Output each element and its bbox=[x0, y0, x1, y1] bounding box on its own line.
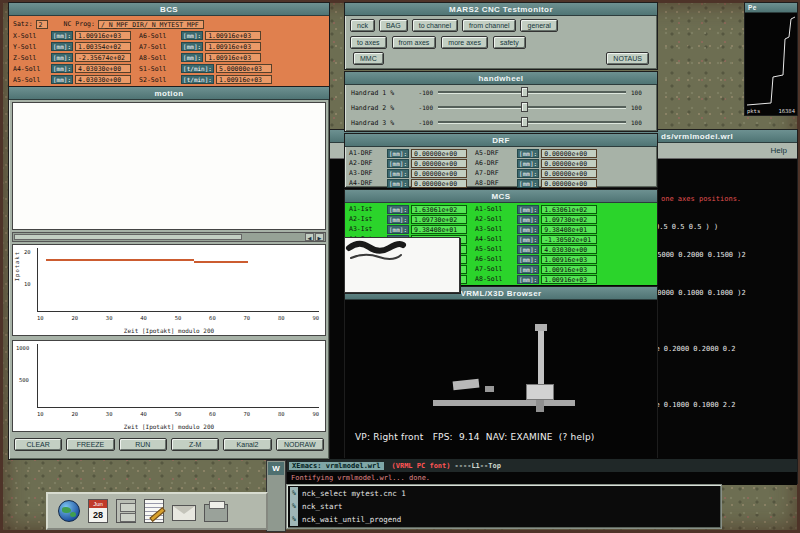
mmc-button[interactable]: MMC bbox=[353, 52, 384, 65]
help-menu[interactable]: Help bbox=[771, 146, 787, 155]
data-row: A3-Ist[mm]:9.38408e+01 A3-Soll[mm]:9.384… bbox=[349, 224, 657, 234]
vrml-viewport[interactable]: VP: Right front FPS: 9.14 NAV: EXAMINE (… bbox=[345, 300, 657, 458]
axis-value: 0.00000e+00 bbox=[411, 169, 467, 178]
to-channel-button[interactable]: to channel bbox=[412, 19, 458, 32]
mail-icon[interactable] bbox=[172, 505, 196, 521]
axis-label: Z-Soll bbox=[13, 54, 49, 62]
freeze-button[interactable]: FREEZE bbox=[66, 438, 114, 451]
calendar-icon[interactable]: Jun 28 bbox=[88, 499, 108, 523]
unit-chip: [mm]: bbox=[181, 42, 203, 51]
scrollbar-thumb[interactable] bbox=[14, 234, 242, 240]
axis-value: 1.09730e+02 bbox=[541, 215, 597, 224]
shell-prompt: % bbox=[290, 500, 298, 513]
more-axes-button[interactable]: more axes bbox=[441, 36, 488, 49]
popup-note[interactable] bbox=[344, 237, 460, 293]
scroll-left-arrow-icon[interactable]: ◀ bbox=[305, 233, 314, 241]
motion-hscrollbar[interactable]: ◀ ▶ bbox=[12, 232, 326, 242]
unit-chip: [mm]: bbox=[517, 275, 539, 284]
bag-button[interactable]: BAG bbox=[379, 19, 408, 32]
modeline-position: ----L1--Top bbox=[455, 462, 501, 470]
axis-value: 9.38408e+01 bbox=[411, 225, 467, 234]
z-m-button[interactable]: Z-M bbox=[171, 438, 219, 451]
unit-chip: [mm]: bbox=[181, 53, 203, 62]
printer-icon[interactable] bbox=[204, 504, 228, 522]
safety-button[interactable]: safety bbox=[493, 36, 526, 49]
handwheel-1-slider[interactable] bbox=[438, 91, 626, 94]
handwheel-3-slider[interactable] bbox=[438, 121, 626, 124]
x-tick: 40 bbox=[140, 411, 147, 417]
axis-label: A7-Soll bbox=[475, 265, 515, 273]
front-panel: Jun 28 bbox=[46, 492, 268, 530]
axis-label: A5-Soll bbox=[13, 76, 49, 84]
unit-chip: [mm]: bbox=[51, 64, 73, 73]
axis-label: A2-Soll bbox=[475, 215, 515, 223]
notaus-button[interactable]: NOTAUS bbox=[606, 52, 649, 65]
axis-label: X-Soll bbox=[13, 32, 49, 40]
x-tick: 90 bbox=[312, 411, 319, 417]
axis-value: 0.00000e+00 bbox=[411, 159, 467, 168]
axis-label: A7-Soll bbox=[139, 43, 179, 51]
motion-canvas bbox=[12, 102, 326, 230]
general-button[interactable]: general bbox=[520, 19, 557, 32]
clear-button[interactable]: CLEAR bbox=[14, 438, 62, 451]
slider-thumb[interactable] bbox=[521, 87, 528, 97]
handwheel-row: Handrad 1 % -100 100 bbox=[345, 85, 657, 100]
handwheel-1-label: Handrad 1 % bbox=[351, 89, 413, 97]
unit-chip: [mm]: bbox=[517, 169, 539, 178]
from-axes-button[interactable]: from axes bbox=[392, 36, 437, 49]
nodraw-button[interactable]: NODRAW bbox=[276, 438, 324, 451]
axis-label: A2-DRF bbox=[349, 159, 385, 167]
slider-min: -100 bbox=[413, 119, 433, 126]
kanal2-button[interactable]: Kanal2 bbox=[223, 438, 271, 451]
nck-button[interactable]: nck bbox=[350, 19, 375, 32]
motion-button-row: CLEAR FREEZE RUN Z-M Kanal2 NODRAW bbox=[12, 438, 326, 451]
slider-thumb[interactable] bbox=[521, 102, 528, 112]
unit-chip: [mm]: bbox=[517, 205, 539, 214]
text-editor-icon[interactable] bbox=[144, 499, 164, 523]
testmonitor-title: MARS2 CNC Testmonitor bbox=[449, 5, 553, 14]
modeline-buffer-name: XEmacs: vrmlmodel.wrl bbox=[289, 462, 384, 470]
globe-icon[interactable] bbox=[58, 500, 80, 522]
axis-value: 9.38408e+01 bbox=[541, 225, 597, 234]
bcs-titlebar[interactable]: BCS bbox=[9, 3, 329, 16]
vrml-browser-window: VRML/X3D Browser VP: Right front FPS: 9.… bbox=[344, 286, 658, 458]
data-row: A5-Soll[mm]:4.03030e+00 S2-Soll[t/min]:1… bbox=[13, 74, 329, 85]
bcs-window: BCS Satz: 2 NC Prog: /_N_MPF_DIR/_N_MYTE… bbox=[8, 2, 330, 86]
from-channel-button[interactable]: from channel bbox=[462, 19, 516, 32]
x-tick: 50 bbox=[175, 315, 182, 321]
file-manager-icon[interactable] bbox=[116, 499, 136, 523]
bcs-header-row: Satz: 2 NC Prog: /_N_MPF_DIR/_N_MYTEST_M… bbox=[13, 18, 329, 30]
handwheel-2-label: Handrad 2 % bbox=[351, 104, 413, 112]
run-button[interactable]: RUN bbox=[119, 438, 167, 451]
slider-thumb[interactable] bbox=[521, 117, 528, 127]
plot1-ylabel: Ipotakt bbox=[14, 251, 20, 281]
slider-min: -100 bbox=[413, 89, 433, 96]
unit-chip: [mm]: bbox=[51, 53, 73, 62]
mcs-titlebar[interactable]: MCS bbox=[345, 190, 657, 203]
unit-chip: [mm]: bbox=[51, 31, 73, 40]
scroll-right-arrow-icon[interactable]: ▶ bbox=[315, 233, 324, 241]
unit-chip: [mm]: bbox=[517, 179, 539, 188]
testmonitor-row-3: MMC NOTAUS bbox=[345, 50, 657, 67]
testmonitor-titlebar[interactable]: MARS2 CNC Testmonitor bbox=[345, 3, 657, 16]
shell-terminal-window[interactable]: % nck_select mytest.cnc 1 % nck_start % … bbox=[286, 484, 722, 529]
terminal-line: % nck_start bbox=[287, 500, 721, 513]
unit-chip: [mm]: bbox=[517, 159, 539, 168]
x-tick: 50 bbox=[175, 411, 182, 417]
drf-titlebar[interactable]: DRF bbox=[345, 134, 657, 147]
axis-value: 0.00000e+00 bbox=[541, 169, 597, 178]
motion-titlebar[interactable]: motion bbox=[9, 87, 329, 100]
axis-label: A4-Soll bbox=[13, 65, 49, 73]
axis-label: A1-DRF bbox=[349, 149, 385, 157]
data-row: A4-Soll[mm]:4.03030e+00 S1-Soll[t/min]:5… bbox=[13, 63, 329, 74]
slider-max: 100 bbox=[631, 89, 651, 96]
perf-titlebar[interactable]: Pe bbox=[745, 3, 797, 13]
data-row: A2-DRF[mm]:0.00000e+00 A6-DRF[mm]:0.0000… bbox=[349, 158, 657, 168]
to-axes-button[interactable]: to axes bbox=[350, 36, 387, 49]
axis-value: 4.03030e+00 bbox=[75, 64, 131, 73]
iconified-window[interactable]: W bbox=[266, 460, 286, 532]
axis-value: 4.03030e+00 bbox=[75, 75, 131, 84]
handwheel-titlebar[interactable]: handwheel bbox=[345, 72, 657, 85]
slider-max: 100 bbox=[631, 119, 651, 126]
handwheel-2-slider[interactable] bbox=[438, 106, 626, 109]
